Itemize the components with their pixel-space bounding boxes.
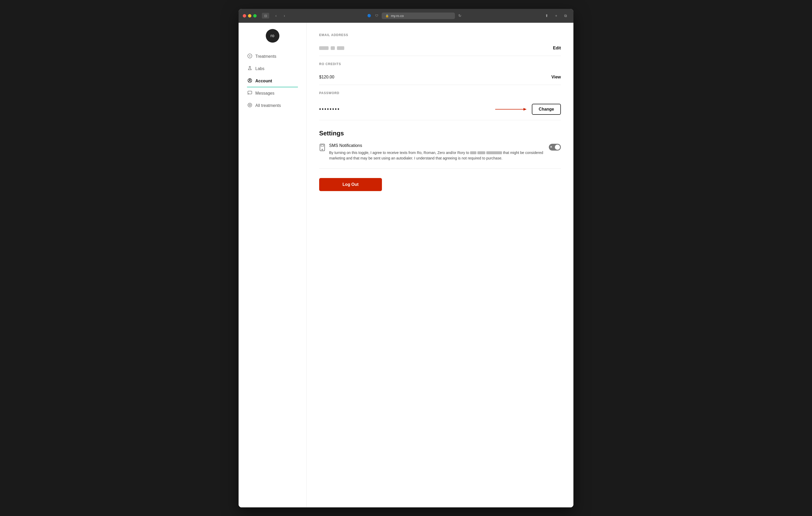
sms-text-area: SMS Notifications By turning on this tog… — [329, 143, 549, 161]
edit-email-button[interactable]: Edit — [553, 46, 561, 51]
traffic-lights — [243, 14, 257, 18]
browser-window: ⊟ ‹ › 🔵 🛡 🔒 my.ro.co ↻ ⬆ + ⧉ ro — [239, 9, 573, 507]
main-content: EMAIL ADDRESS Edit RO CREDITS $120.00 Vi… — [307, 23, 573, 507]
settings-section: Settings SMS Notifications — [319, 130, 561, 191]
password-dots: •••••••• — [319, 106, 340, 112]
url-text: my.ro.co — [391, 14, 404, 18]
password-left: •••••••• — [319, 106, 340, 112]
email-redacted-2 — [331, 46, 335, 50]
sms-row: SMS Notifications By turning on this tog… — [319, 143, 561, 169]
nav-item-all-treatments: All treatments — [243, 100, 302, 111]
treatments-icon — [247, 54, 253, 60]
nav-item-account: Account — [243, 75, 302, 87]
toggle-track[interactable]: ✕ — [549, 144, 561, 151]
account-icon — [247, 78, 253, 84]
email-redacted-1 — [319, 46, 328, 50]
browser-chrome: ⊟ ‹ › 🔵 🛡 🔒 my.ro.co ↻ ⬆ + ⧉ — [239, 9, 573, 23]
address-bar[interactable]: 🔒 my.ro.co — [382, 12, 455, 19]
address-bar-container: 🔵 🛡 🔒 my.ro.co ↻ — [291, 12, 538, 19]
refresh-button[interactable]: ↻ — [457, 13, 463, 19]
logout-button[interactable]: Log Out — [319, 178, 382, 191]
svg-rect-8 — [321, 145, 324, 146]
avatar: ro — [266, 29, 280, 42]
share-button[interactable]: ⬆ — [543, 13, 550, 19]
tabs-button[interactable]: ⧉ — [562, 13, 569, 19]
all-treatments-label: All treatments — [255, 103, 281, 108]
password-arrow — [495, 107, 527, 112]
sidebar-item-account[interactable]: Account — [243, 75, 302, 87]
phone-redacted-1 — [470, 151, 476, 154]
sidebar-item-all-treatments[interactable]: All treatments — [243, 100, 302, 111]
toggle-x-icon: ✕ — [550, 145, 552, 149]
close-button[interactable] — [243, 14, 246, 18]
maximize-button[interactable] — [253, 14, 257, 18]
sidebar: ro Treatments — [239, 23, 307, 507]
forward-button[interactable]: › — [281, 13, 288, 19]
app-layout: ro Treatments — [239, 23, 573, 507]
sms-toggle[interactable]: ✕ — [549, 144, 561, 151]
password-field-row: •••••••• Change — [319, 98, 561, 120]
arrow-icon — [495, 107, 527, 112]
credits-section: RO CREDITS $120.00 View — [319, 62, 561, 85]
extension-icon-1[interactable]: 🔵 — [367, 13, 372, 19]
sidebar-toggle-button[interactable]: ⊟ — [262, 13, 269, 19]
browser-controls: ⊟ — [262, 13, 269, 19]
labs-label: Labs — [255, 66, 264, 71]
view-credits-button[interactable]: View — [551, 75, 561, 80]
email-field-row: Edit — [319, 40, 561, 56]
all-treatments-icon — [247, 103, 253, 109]
credits-field-row: $120.00 View — [319, 69, 561, 85]
lock-icon: 🔒 — [385, 14, 389, 18]
change-password-button[interactable]: Change — [532, 104, 561, 115]
sms-toggle-area: SMS Notifications By turning on this tog… — [329, 143, 561, 161]
svg-rect-7 — [320, 144, 325, 151]
email-value — [319, 46, 344, 50]
svg-point-9 — [322, 149, 323, 150]
sms-icon — [319, 144, 325, 153]
sidebar-item-treatments[interactable]: Treatments — [243, 51, 302, 62]
sms-title: SMS Notifications — [329, 143, 549, 148]
sidebar-item-labs[interactable]: Labs — [243, 63, 302, 74]
toolbar-right: ⬆ + ⧉ — [543, 13, 569, 19]
password-label: PASSWORD — [319, 91, 561, 95]
minimize-button[interactable] — [248, 14, 252, 18]
nav-list: Treatments Labs — [239, 51, 306, 113]
messages-label: Messages — [255, 91, 274, 96]
toggle-knob — [555, 145, 560, 150]
email-section: EMAIL ADDRESS Edit — [319, 33, 561, 56]
phone-redacted-2 — [477, 151, 485, 154]
email-redacted-3 — [337, 46, 344, 50]
svg-point-3 — [248, 103, 252, 107]
svg-marker-6 — [523, 108, 527, 111]
settings-heading: Settings — [319, 130, 561, 137]
credits-label: RO CREDITS — [319, 62, 561, 66]
extension-icon-2[interactable]: 🛡 — [374, 13, 380, 19]
sms-description: By turning on this toggle, I agree to re… — [329, 150, 549, 161]
password-right: Change — [495, 104, 561, 115]
phone-redacted-3 — [486, 151, 502, 154]
extension-icons: 🔵 🛡 — [367, 13, 380, 19]
nav-item-labs: Labs — [243, 63, 302, 74]
sidebar-item-messages[interactable]: Messages — [243, 88, 302, 99]
back-button[interactable]: ‹ — [272, 13, 280, 19]
credits-amount: $120.00 — [319, 75, 334, 80]
sms-content: SMS Notifications By turning on this tog… — [329, 143, 561, 161]
treatments-label: Treatments — [255, 54, 276, 59]
messages-icon — [247, 90, 253, 96]
email-label: EMAIL ADDRESS — [319, 33, 561, 37]
labs-icon — [247, 66, 253, 72]
password-section: PASSWORD •••••••• Change — [319, 91, 561, 120]
nav-item-treatments: Treatments — [243, 51, 302, 62]
svg-rect-2 — [248, 91, 252, 94]
new-tab-button[interactable]: + — [552, 13, 560, 19]
account-label: Account — [255, 79, 272, 83]
svg-point-4 — [249, 104, 251, 106]
nav-item-messages: Messages — [243, 88, 302, 99]
